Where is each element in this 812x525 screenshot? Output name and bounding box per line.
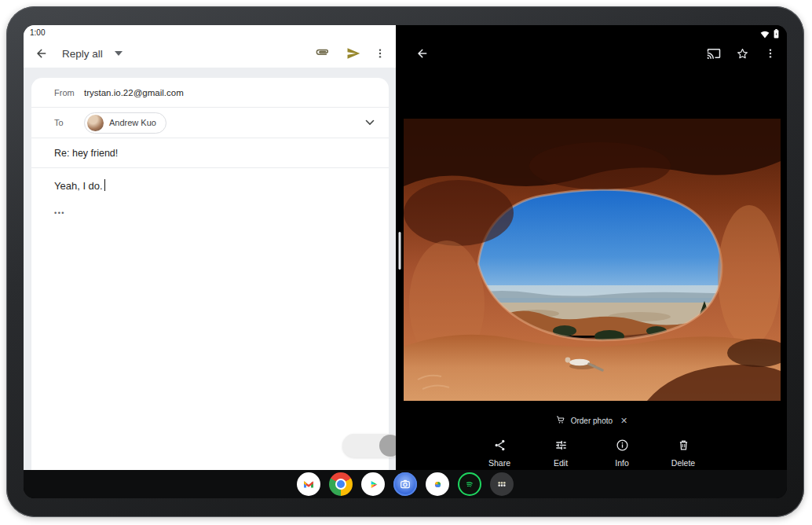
status-bar-right <box>404 25 787 39</box>
expand-recipients-icon[interactable] <box>365 119 375 126</box>
subject-text: Re: hey friend! <box>54 148 118 159</box>
compose-card: From trystan.io.22@gmail.com To Andrew K… <box>31 78 389 470</box>
favorite-star-icon[interactable] <box>736 47 749 61</box>
gmail-overflow-icon[interactable] <box>374 47 386 60</box>
message-body-field[interactable]: Yeah, I do. <box>31 168 389 192</box>
arch-photo-image <box>404 119 781 401</box>
taskbar-spotify-icon[interactable] <box>458 472 481 496</box>
reply-mode-title: Reply all <box>62 48 103 60</box>
back-icon[interactable] <box>35 46 49 61</box>
battery-icon <box>774 28 779 42</box>
attach-file-icon[interactable] <box>314 46 330 61</box>
info-button[interactable]: Info <box>599 439 645 468</box>
edit-tune-icon <box>554 439 568 453</box>
delete-button[interactable]: Delete <box>660 439 706 468</box>
from-field[interactable]: From trystan.io.22@gmail.com <box>31 78 389 108</box>
gmail-app-pane: 1:00 Reply all <box>24 25 396 470</box>
taskbar-camera-icon[interactable] <box>393 472 417 496</box>
info-icon <box>616 439 629 453</box>
edit-label: Edit <box>554 458 568 468</box>
order-photo-chip[interactable]: Order photo ✕ <box>404 415 779 426</box>
floating-handle-pill[interactable] <box>342 434 396 457</box>
photos-toolbar <box>404 39 787 68</box>
taskbar <box>24 470 787 498</box>
to-field[interactable]: To Andrew Kuo <box>31 108 389 138</box>
tablet-frame: 1:00 Reply all <box>6 6 804 517</box>
chip-close-icon[interactable]: ✕ <box>620 416 627 426</box>
info-label: Info <box>615 458 629 468</box>
arch-photo[interactable] <box>404 119 781 401</box>
edit-button[interactable]: Edit <box>538 439 583 468</box>
split-screen-divider <box>396 25 404 470</box>
recipient-name: Andrew Kuo <box>109 118 156 127</box>
cast-icon[interactable] <box>707 46 721 61</box>
photo-action-bar: Share Edit Info <box>404 439 779 468</box>
taskbar-play-icon[interactable] <box>361 472 385 496</box>
wifi-icon <box>760 28 770 42</box>
subject-field[interactable]: Re: hey friend! <box>31 138 389 168</box>
recipient-chip[interactable]: Andrew Kuo <box>84 112 166 134</box>
delete-label: Delete <box>671 458 695 468</box>
split-screen: 1:00 Reply all <box>24 25 787 470</box>
photos-overflow-icon[interactable] <box>764 47 777 60</box>
share-label: Share <box>488 458 510 468</box>
photos-app-pane: Order photo ✕ Share Edit <box>404 25 787 470</box>
photos-toolbar-actions <box>707 46 777 61</box>
taskbar-chrome-icon[interactable] <box>329 472 353 496</box>
message-body-text: Yeah, I do. <box>54 180 103 192</box>
send-icon[interactable] <box>346 46 361 61</box>
taskbar-gmail-icon[interactable] <box>297 472 320 496</box>
gmail-compose-toolbar: Reply all <box>24 39 396 68</box>
reply-mode-dropdown-icon[interactable] <box>115 51 123 56</box>
recipient-avatar <box>87 115 104 131</box>
delete-trash-icon <box>677 439 690 453</box>
text-cursor <box>104 179 105 191</box>
taskbar-photos-icon[interactable] <box>426 472 449 496</box>
floating-handle-knob[interactable] <box>379 435 396 457</box>
photos-back-icon[interactable] <box>415 46 430 61</box>
taskbar-all-apps-icon[interactable] <box>490 472 514 496</box>
cart-icon <box>555 415 565 426</box>
status-bar-left: 1:00 <box>24 25 396 39</box>
clock: 1:00 <box>30 28 45 37</box>
chrome-core <box>335 479 346 490</box>
to-label: To <box>54 118 84 127</box>
compose-area: From trystan.io.22@gmail.com To Andrew K… <box>24 68 396 470</box>
split-divider-handle[interactable] <box>399 232 401 270</box>
order-photo-label: Order photo <box>571 417 613 425</box>
from-address: trystan.io.22@gmail.com <box>84 88 184 97</box>
from-label: From <box>54 88 84 97</box>
screen: 1:00 Reply all <box>24 25 787 498</box>
quoted-text-toggle[interactable]: ••• <box>54 209 389 217</box>
share-icon <box>493 439 507 453</box>
share-button[interactable]: Share <box>477 439 522 468</box>
